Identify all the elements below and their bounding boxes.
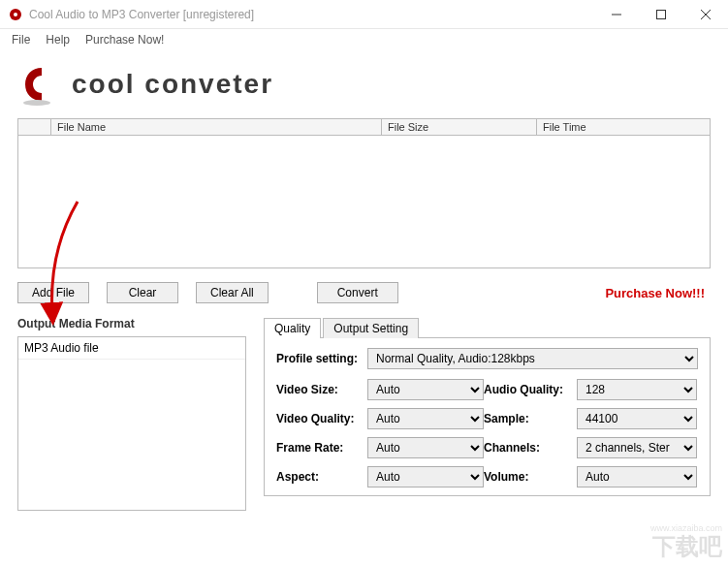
channels-label: Channels: [484, 441, 577, 455]
window-title: Cool Audio to MP3 Converter [unregistere… [29, 8, 594, 21]
purchase-now-link[interactable]: Purchase Now!!! [605, 286, 705, 300]
maximize-button[interactable] [639, 0, 683, 29]
file-table-header: File Name File Size File Time [18, 119, 710, 136]
output-format-list[interactable]: MP3 Audio file [17, 336, 246, 511]
menu-file[interactable]: File [4, 31, 38, 48]
file-table: File Name File Size File Time [17, 118, 711, 268]
logo-row: cool conveter [17, 60, 711, 109]
clear-all-button[interactable]: Clear All [196, 282, 269, 303]
svg-point-1 [14, 13, 17, 16]
profile-setting-label: Profile setting: [276, 352, 367, 365]
add-file-button[interactable]: Add File [17, 282, 89, 303]
tab-output-setting[interactable]: Output Setting [323, 318, 419, 338]
menu-help[interactable]: Help [38, 31, 78, 48]
output-format-title: Output Media Format [17, 317, 246, 330]
logo-text: cool conveter [72, 69, 273, 100]
frame-rate-select[interactable]: Auto [367, 437, 484, 458]
svg-rect-3 [657, 10, 666, 18]
audio-quality-select[interactable]: 128 [577, 379, 697, 400]
file-table-body[interactable] [18, 136, 710, 267]
menu-purchase[interactable]: Purchase Now! [78, 31, 172, 48]
sample-label: Sample: [484, 412, 577, 425]
col-index[interactable] [18, 119, 51, 135]
video-size-select[interactable]: Auto [367, 379, 484, 400]
sample-select[interactable]: 44100 [577, 408, 697, 429]
video-quality-label: Video Quality: [276, 412, 367, 425]
col-filetime[interactable]: File Time [537, 119, 710, 135]
svg-point-6 [23, 100, 50, 106]
watermark-text: 下载吧 [652, 531, 722, 562]
volume-label: Volume: [484, 470, 577, 484]
channels-select[interactable]: 2 channels, Ster [577, 437, 697, 458]
menu-bar: File Help Purchase Now! [0, 29, 728, 50]
volume-select[interactable]: Auto [577, 466, 697, 487]
clear-button[interactable]: Clear [107, 282, 178, 303]
app-icon [8, 7, 23, 22]
list-item[interactable]: MP3 Audio file [18, 337, 245, 360]
tab-quality[interactable]: Quality [264, 318, 321, 338]
watermark-url: www.xiazaiba.com [650, 523, 722, 533]
profile-setting-select[interactable]: Normal Quality, Audio:128kbps [367, 348, 698, 369]
button-row: Add File Clear Clear All Convert Purchas… [17, 282, 711, 303]
convert-button[interactable]: Convert [317, 282, 398, 303]
aspect-select[interactable]: Auto [367, 466, 484, 487]
audio-quality-label: Audio Quality: [484, 383, 577, 396]
close-button[interactable] [683, 0, 728, 29]
output-format-group: Output Media Format MP3 Audio file [17, 317, 246, 511]
aspect-label: Aspect: [276, 470, 367, 484]
video-size-label: Video Size: [276, 383, 367, 396]
title-bar: Cool Audio to MP3 Converter [unregistere… [0, 0, 728, 29]
video-quality-select[interactable]: Auto [367, 408, 484, 429]
col-filesize[interactable]: File Size [382, 119, 537, 135]
col-filename[interactable]: File Name [51, 119, 382, 135]
quality-panel: Profile setting: Normal Quality, Audio:1… [264, 337, 711, 496]
settings-tabs: Quality Output Setting Profile setting: … [264, 317, 711, 511]
logo-icon [17, 60, 66, 109]
frame-rate-label: Frame Rate: [276, 441, 367, 455]
minimize-button[interactable] [594, 0, 639, 29]
